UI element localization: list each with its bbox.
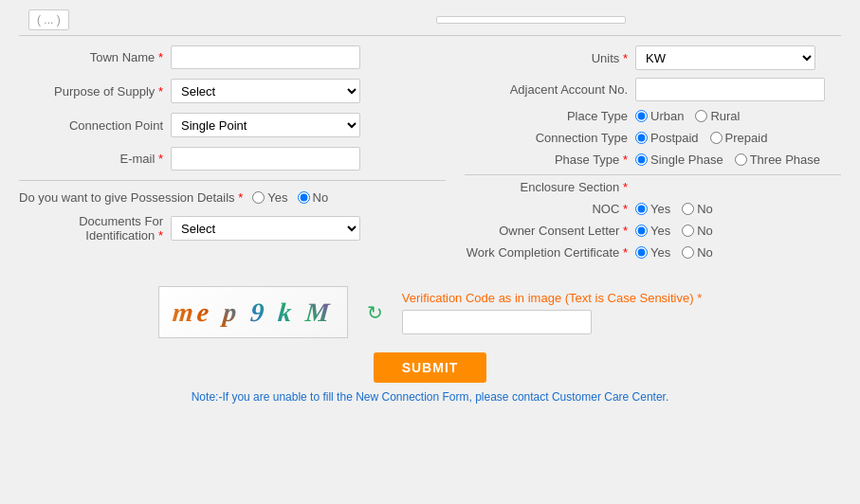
- top-bar: ( ... ): [19, 9, 841, 36]
- owner-consent-no-text: No: [697, 224, 713, 238]
- enclosure-section-label: Enclosure Section *: [465, 180, 635, 194]
- connection-type-prepaid-radio[interactable]: [710, 132, 723, 144]
- captcha-refresh-icon[interactable]: ↻: [367, 301, 383, 324]
- purpose-supply-label: Purpose of Supply *: [19, 84, 171, 99]
- town-name-input[interactable]: [171, 45, 360, 69]
- units-select[interactable]: KW: [635, 45, 815, 70]
- phase-type-single-text: Single Phase: [650, 153, 723, 167]
- owner-consent-row: Owner Consent Letter * Yes No: [465, 224, 841, 238]
- place-type-urban-label[interactable]: Urban: [635, 109, 684, 123]
- phase-type-options: Single Phase Three Phase: [635, 153, 820, 167]
- captcha-label: Verification Code as in image (Text is C…: [402, 291, 703, 305]
- work-completion-no-radio[interactable]: [682, 246, 694, 259]
- connection-point-label: Connection Point: [19, 118, 171, 133]
- purpose-supply-row: Purpose of Supply * Select: [19, 79, 446, 103]
- purpose-supply-select[interactable]: Select: [171, 79, 360, 103]
- units-label: Units *: [465, 51, 635, 65]
- units-value-container: KW: [635, 45, 815, 70]
- connection-point-row: Connection Point Single Point: [19, 113, 446, 137]
- submit-button[interactable]: SUBMIT: [374, 352, 487, 383]
- work-completion-yes-text: Yes: [650, 245, 670, 260]
- possession-yes-label[interactable]: Yes: [252, 190, 287, 205]
- work-completion-yes-label[interactable]: Yes: [635, 245, 670, 260]
- work-completion-no-label[interactable]: No: [682, 245, 713, 260]
- possession-yes-radio[interactable]: [252, 191, 265, 204]
- noc-row: NOC * Yes No: [465, 202, 841, 216]
- owner-consent-yes-text: Yes: [650, 224, 670, 238]
- phase-type-three-label[interactable]: Three Phase: [735, 153, 820, 167]
- captcha-text: me p 9 k M: [172, 297, 335, 328]
- noc-no-radio[interactable]: [682, 203, 694, 215]
- owner-consent-yes-radio[interactable]: [635, 225, 648, 237]
- right-panel: Units * KW Adjacent Account No.: [465, 45, 841, 267]
- town-name-label: Town Name *: [19, 50, 171, 64]
- main-content: Town Name * Purpose of Supply * Select C…: [19, 45, 841, 267]
- connection-type-prepaid-text: Prepaid: [725, 131, 768, 145]
- work-completion-yes-radio[interactable]: [635, 246, 648, 259]
- phase-type-three-text: Three Phase: [750, 153, 820, 167]
- adjacent-row: Adjacent Account No.: [465, 78, 841, 101]
- possession-yes-text: Yes: [267, 190, 287, 205]
- work-completion-row: Work Completion Certificate * Yes No: [465, 245, 841, 260]
- captcha-input[interactable]: [402, 310, 592, 334]
- left-panel: Town Name * Purpose of Supply * Select C…: [19, 45, 446, 267]
- page-wrapper: ( ... ) Town Name * Purpose of Supply *: [0, 0, 860, 504]
- documents-select[interactable]: Select: [171, 216, 360, 241]
- owner-consent-options: Yes No: [635, 224, 713, 238]
- phase-type-label: Phase Type *: [465, 153, 635, 167]
- place-type-rural-label[interactable]: Rural: [695, 109, 740, 123]
- place-type-rural-text: Rural: [710, 109, 740, 123]
- divider-1: [19, 180, 446, 181]
- enclosure-section-row: Enclosure Section *: [465, 180, 841, 194]
- town-name-row: Town Name *: [19, 45, 446, 69]
- owner-consent-no-label[interactable]: No: [682, 224, 713, 238]
- connection-type-postpaid-radio[interactable]: [635, 132, 648, 144]
- noc-no-label[interactable]: No: [682, 202, 713, 216]
- possession-row: Do you want to give Possession Details *…: [19, 190, 446, 205]
- work-completion-no-text: No: [697, 245, 713, 260]
- note-text: Note:-If you are unable to fill the New …: [192, 390, 669, 404]
- place-type-row: Place Type Urban Rural: [465, 109, 841, 123]
- top-bar-right: [436, 9, 841, 30]
- work-completion-label: Work Completion Certificate *: [465, 245, 635, 260]
- place-type-urban-text: Urban: [650, 109, 684, 123]
- adjacent-label: Adjacent Account No.: [465, 82, 635, 97]
- noc-yes-radio[interactable]: [635, 203, 648, 215]
- adjacent-input[interactable]: [635, 78, 825, 101]
- possession-label: Do you want to give Possession Details *: [19, 190, 243, 205]
- possession-no-radio[interactable]: [298, 191, 310, 204]
- connection-type-prepaid-label[interactable]: Prepaid: [710, 131, 768, 145]
- connection-point-select[interactable]: Single Point: [171, 113, 360, 137]
- submit-section: SUBMIT Note:-If you are unable to fill t…: [19, 352, 841, 404]
- top-bar-right-value: [436, 16, 626, 24]
- enclosure-divider: [465, 174, 841, 175]
- connection-type-options: Postpaid Prepaid: [635, 131, 767, 145]
- documents-row: Documents For Identification * Select: [19, 214, 446, 243]
- email-row: E-mail *: [19, 147, 446, 171]
- work-completion-options: Yes No: [635, 245, 713, 260]
- place-type-rural-radio[interactable]: [695, 110, 707, 122]
- adjacent-value-container: [635, 78, 825, 101]
- captcha-right: Verification Code as in image (Text is C…: [402, 291, 703, 334]
- noc-yes-label[interactable]: Yes: [635, 202, 670, 216]
- place-type-options: Urban Rural: [635, 109, 741, 123]
- phase-type-single-label[interactable]: Single Phase: [635, 153, 723, 167]
- place-type-urban-radio[interactable]: [635, 110, 648, 122]
- noc-no-text: No: [697, 202, 713, 216]
- units-row: Units * KW: [465, 45, 841, 70]
- phase-type-single-radio[interactable]: [635, 153, 648, 166]
- possession-radio-group: Yes No: [252, 190, 328, 205]
- owner-consent-no-radio[interactable]: [682, 225, 694, 237]
- noc-yes-text: Yes: [650, 202, 670, 216]
- possession-no-label[interactable]: No: [298, 190, 329, 205]
- email-label: E-mail *: [19, 152, 171, 166]
- phase-type-three-radio[interactable]: [735, 153, 747, 166]
- place-type-label: Place Type: [465, 109, 635, 123]
- owner-consent-yes-label[interactable]: Yes: [635, 224, 670, 238]
- connection-type-row: Connection Type Postpaid Prepaid: [465, 131, 841, 145]
- possession-no-text: No: [313, 190, 329, 205]
- email-input[interactable]: [171, 147, 360, 171]
- connection-type-postpaid-label[interactable]: Postpaid: [635, 131, 699, 145]
- captcha-case-sensitive: (Text is Case Sensitive) *: [565, 291, 703, 305]
- connection-type-postpaid-text: Postpaid: [650, 131, 699, 145]
